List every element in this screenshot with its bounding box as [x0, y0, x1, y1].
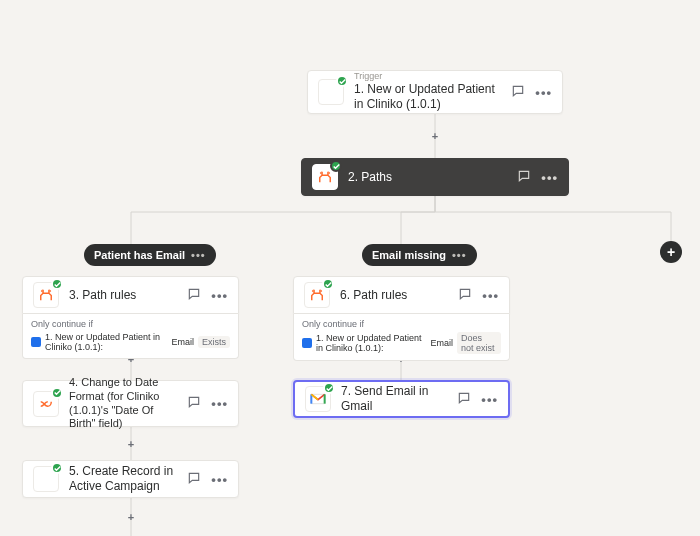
rule-ref: 1. New or Updated Patient in Cliniko (1.…	[316, 333, 427, 353]
path-rules-b[interactable]: 6. Path rules •••	[293, 276, 510, 314]
status-check-icon	[330, 160, 342, 172]
comment-icon[interactable]	[458, 287, 472, 304]
add-step-plus[interactable]: +	[126, 439, 136, 449]
formatter-icon	[33, 391, 59, 417]
more-icon[interactable]: •••	[211, 473, 228, 486]
paths-icon	[33, 282, 59, 308]
rule-condition: Exists	[198, 336, 230, 348]
status-check-icon	[51, 278, 63, 290]
node-title: 2. Paths	[348, 170, 507, 185]
more-icon[interactable]: •••	[535, 86, 552, 99]
path-rules-b-condition: Only continue if 1. New or Updated Patie…	[293, 314, 510, 361]
comment-icon[interactable]	[187, 287, 201, 304]
status-check-icon	[323, 382, 335, 394]
paths-node[interactable]: 2. Paths •••	[301, 158, 569, 196]
more-icon[interactable]: •••	[191, 249, 206, 261]
trigger-node[interactable]: Trigger 1. New or Updated Patient in Cli…	[307, 70, 563, 114]
more-icon[interactable]: •••	[541, 171, 558, 184]
node-title: 5. Create Record in Active Campaign	[69, 464, 177, 494]
only-continue-label: Only continue if	[31, 319, 230, 329]
status-check-icon	[51, 462, 63, 474]
more-icon[interactable]: •••	[481, 393, 498, 406]
more-icon[interactable]: •••	[211, 397, 228, 410]
path-chip-b[interactable]: Email missing •••	[362, 244, 477, 266]
more-icon[interactable]: •••	[482, 289, 499, 302]
node-title: 7. Send Email in Gmail	[341, 384, 447, 414]
comment-icon[interactable]	[187, 395, 201, 412]
comment-icon[interactable]	[517, 169, 531, 186]
rule-field: Email	[171, 337, 194, 347]
rule-field: Email	[431, 338, 454, 348]
path-chip-label: Patient has Email	[94, 249, 185, 261]
path-rules-a-condition: Only continue if 1. New or Updated Patie…	[22, 314, 239, 359]
path-rules-a[interactable]: 3. Path rules •••	[22, 276, 239, 314]
paths-icon	[312, 164, 338, 190]
gmail-icon	[305, 386, 331, 412]
path-chip-label: Email missing	[372, 249, 446, 261]
gmail-step[interactable]: 7. Send Email in Gmail •••	[293, 380, 510, 418]
only-continue-label: Only continue if	[302, 319, 501, 329]
comment-icon[interactable]	[187, 471, 201, 488]
cliniko-mini-icon	[31, 337, 41, 347]
path-chip-a[interactable]: Patient has Email •••	[84, 244, 216, 266]
add-path-button[interactable]: +	[660, 241, 682, 263]
status-check-icon	[322, 278, 334, 290]
more-icon[interactable]: •••	[211, 289, 228, 302]
cliniko-mini-icon	[302, 338, 312, 348]
rule-condition: Does not exist	[457, 332, 501, 354]
rule-ref: 1. New or Updated Patient in Cliniko (1.…	[45, 332, 167, 352]
more-icon[interactable]: •••	[452, 249, 467, 261]
node-title: 3. Path rules	[69, 288, 177, 303]
comment-icon[interactable]	[511, 84, 525, 101]
add-step-plus[interactable]: +	[430, 131, 440, 141]
status-check-icon	[51, 387, 63, 399]
activecampaign-step[interactable]: 5. Create Record in Active Campaign •••	[22, 460, 239, 498]
trigger-label: Trigger	[354, 72, 501, 82]
add-step-plus[interactable]: +	[126, 512, 136, 522]
format-step[interactable]: 4. Change to Date Format (for Cliniko (1…	[22, 380, 239, 427]
cliniko-icon	[318, 79, 344, 105]
activecampaign-icon	[33, 466, 59, 492]
paths-icon	[304, 282, 330, 308]
node-title: 4. Change to Date Format (for Cliniko (1…	[69, 376, 177, 431]
node-title: 1. New or Updated Patient in Cliniko (1.…	[354, 82, 501, 112]
node-title: 6. Path rules	[340, 288, 448, 303]
comment-icon[interactable]	[457, 391, 471, 408]
status-check-icon	[336, 75, 348, 87]
